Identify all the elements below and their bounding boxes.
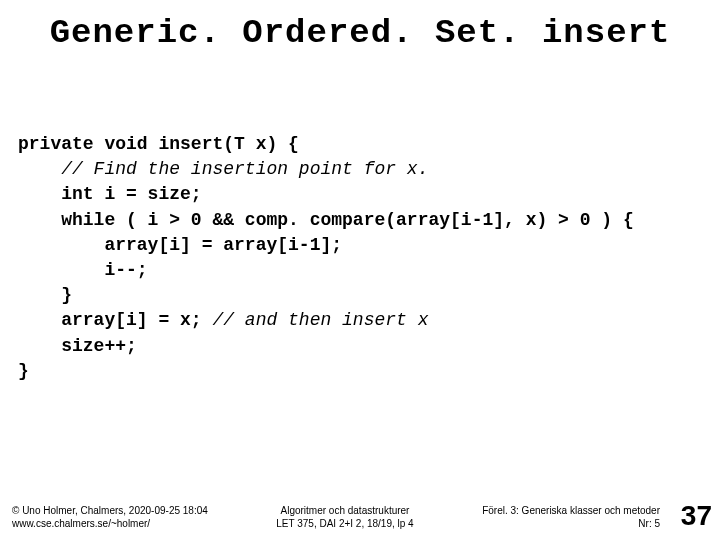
footer-nr: Nr: 5 [482,518,660,531]
code-line-6: i--; [18,260,148,280]
footer-course-code: LET 375, DAI 2+I 2, 18/19, lp 4 [208,518,482,531]
footer: © Uno Holmer, Chalmers, 2020-09-25 18:04… [0,505,720,530]
footer-url: www.cse.chalmers.se/~holmer/ [12,518,208,531]
code-comment-2: // and then insert x [212,310,428,330]
footer-center: Algoritmer och datastrukturer LET 375, D… [208,505,482,530]
code-line-5: array[i] = array[i-1]; [18,235,342,255]
footer-right: Förel. 3: Generiska klasser och metoder … [482,505,708,530]
page-number: 37 [681,500,712,532]
code-comment-1: // Find the insertion point for x. [18,159,428,179]
code-line-10: } [18,361,29,381]
footer-author: © Uno Holmer, Chalmers, 2020-09-25 18:04 [12,505,208,518]
code-line-4: while ( i > 0 && comp. compare(array[i-1… [18,210,634,230]
code-block: private void insert(T x) { // Find the i… [18,132,634,384]
slide-title: Generic. Ordered. Set. insert [0,14,720,52]
slide: Generic. Ordered. Set. insert private vo… [0,0,720,540]
code-line-1: private void insert(T x) { [18,134,299,154]
footer-left: © Uno Holmer, Chalmers, 2020-09-25 18:04… [12,505,208,530]
code-line-7: } [18,285,72,305]
code-line-8a: array[i] = x; [18,310,212,330]
footer-course-title: Algoritmer och datastrukturer [208,505,482,518]
code-line-9: size++; [18,336,137,356]
code-line-3: int i = size; [18,184,202,204]
footer-lecture: Förel. 3: Generiska klasser och metoder [482,505,660,518]
